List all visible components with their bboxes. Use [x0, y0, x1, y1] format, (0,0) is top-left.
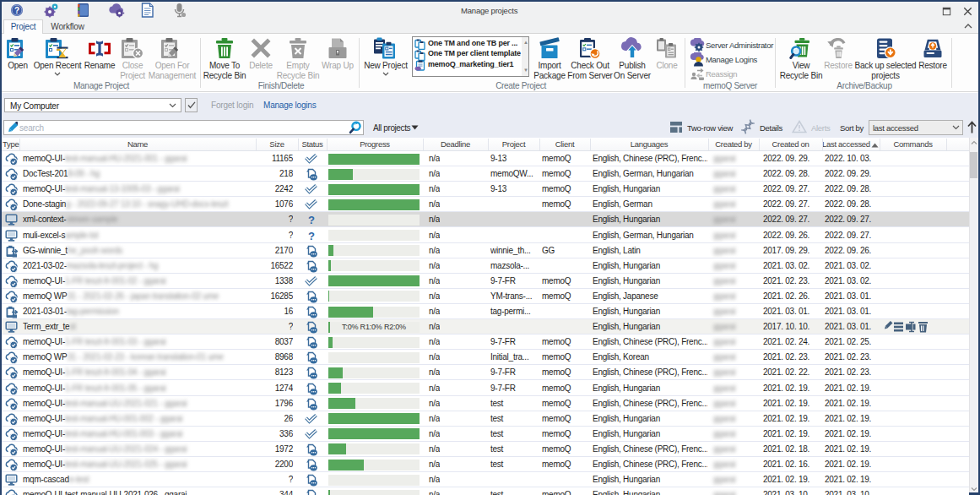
svg-text:?: ?	[14, 6, 19, 15]
